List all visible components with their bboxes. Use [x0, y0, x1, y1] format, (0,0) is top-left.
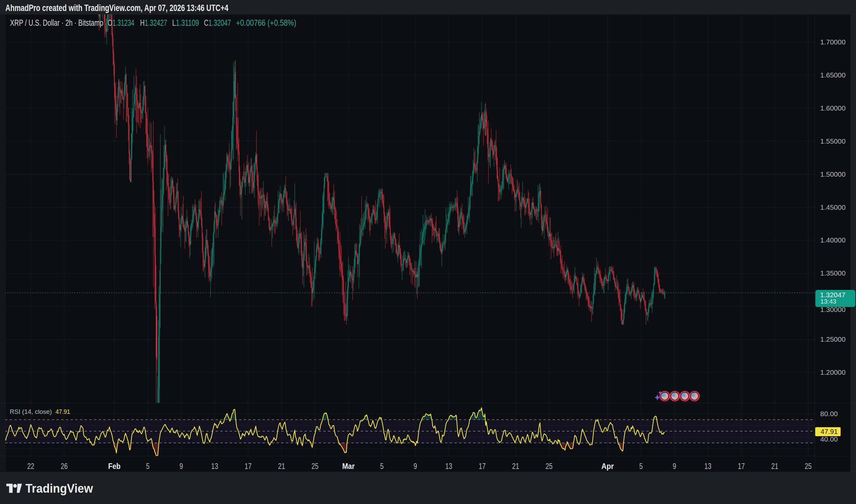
svg-text:9: 9 [414, 462, 417, 471]
svg-text:26: 26 [61, 462, 68, 471]
svg-text:47.91: 47.91 [821, 428, 838, 435]
svg-text:Feb: Feb [108, 462, 121, 471]
svg-text:17: 17 [479, 462, 486, 471]
svg-text:1.65000: 1.65000 [820, 71, 846, 79]
svg-text:1.40000: 1.40000 [820, 236, 846, 244]
svg-text:XRP / U.S. Dollar · 2h · Bitst: XRP / U.S. Dollar · 2h · Bitstamp [10, 18, 103, 28]
svg-text:H1.32427: H1.32427 [140, 18, 167, 28]
svg-text:RSI (14, close): RSI (14, close) [10, 409, 52, 415]
svg-text:9: 9 [179, 462, 183, 471]
svg-text:25: 25 [546, 462, 553, 471]
svg-text:1.70000: 1.70000 [820, 38, 846, 46]
svg-text:AhmadPro created with TradingV: AhmadPro created with TradingView.com, A… [5, 3, 228, 13]
svg-text:1.45000: 1.45000 [820, 203, 846, 211]
svg-text:13: 13 [211, 462, 218, 471]
svg-text:Apr: Apr [601, 462, 614, 471]
svg-text:13: 13 [445, 462, 452, 471]
svg-text:1.50000: 1.50000 [820, 170, 846, 178]
svg-text:21: 21 [512, 462, 519, 471]
svg-text:1.25000: 1.25000 [820, 335, 846, 343]
svg-text:17: 17 [245, 462, 252, 471]
svg-text:21: 21 [278, 462, 285, 471]
svg-text:1.55000: 1.55000 [820, 137, 846, 145]
svg-text:C1.32047: C1.32047 [204, 18, 231, 28]
svg-text:1.20000: 1.20000 [820, 368, 846, 376]
svg-text:17: 17 [738, 462, 745, 471]
svg-text:40.00: 40.00 [820, 435, 838, 443]
svg-text:13: 13 [704, 462, 712, 471]
svg-text:47.91: 47.91 [55, 409, 70, 415]
svg-text:25: 25 [805, 462, 812, 471]
svg-text:25: 25 [312, 462, 319, 471]
svg-text:TradingView: TradingView [25, 482, 93, 495]
svg-text:L1.31109: L1.31109 [172, 18, 199, 28]
svg-text:22: 22 [28, 462, 34, 471]
svg-text:5: 5 [380, 462, 384, 471]
svg-text:O1.31234: O1.31234 [108, 18, 134, 28]
svg-text:Mar: Mar [342, 462, 355, 471]
svg-text:+0.00766 (+0.58%): +0.00766 (+0.58%) [236, 18, 296, 28]
svg-text:5: 5 [146, 462, 150, 471]
svg-text:21: 21 [771, 462, 778, 471]
svg-text:5: 5 [639, 462, 643, 471]
svg-text:1.35000: 1.35000 [820, 269, 846, 277]
svg-text:80.00: 80.00 [820, 410, 838, 417]
svg-text:13:43: 13:43 [821, 298, 837, 305]
svg-text:9: 9 [673, 462, 677, 471]
svg-text:1.60000: 1.60000 [820, 104, 846, 112]
